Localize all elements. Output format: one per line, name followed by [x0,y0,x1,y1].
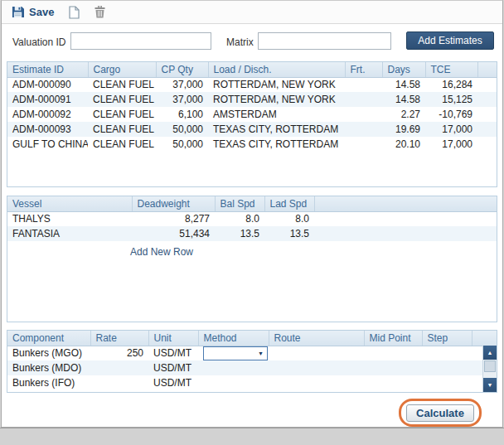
cell-tce: -10,769 [425,107,477,122]
chevron-down-icon[interactable]: ▼ [254,347,267,360]
cell-lad-spd: 13.5 [264,226,314,241]
cell-mid-point [364,346,422,360]
cell-route [269,360,364,375]
cell-cargo: CLEAN FUEL [88,92,156,107]
cell-days: 20.10 [382,137,425,152]
cell-tce: 16,284 [425,77,477,92]
cell-component: Bunkers (IFO) [7,375,90,390]
cell-rate [90,360,148,375]
cell-deadweight: 8,277 [132,211,215,226]
trash-icon [94,6,105,18]
cell-days: 2.27 [382,107,425,122]
delete-button[interactable] [94,6,105,18]
cell-frt [345,107,382,122]
status-bar [0,428,504,445]
valuation-matrix-window: Save Valuation ID [0,0,504,445]
cell-method: ▼ [198,346,269,360]
method-dropdown[interactable]: ▼ [203,346,268,360]
scrollbar-thumb[interactable] [484,360,496,372]
cell-cp-qty: 37,000 [156,77,208,92]
scroll-down-button[interactable]: ▼ [483,378,497,392]
components-scrollbar[interactable]: ▲ ▼ [482,346,497,392]
add-estimates-button[interactable]: Add Estimates [406,31,494,50]
vessels-header-row: Vessel Deadweight Bal Spd Lad Spd [7,196,497,211]
component-row[interactable]: Bunkers (MDO) USD/MT [7,360,497,375]
triangle-up-icon: ▲ [487,350,493,356]
cell-unit: USD/MT [148,375,198,390]
annotation-highlight: Calculate [399,399,482,427]
col-estimate-id: Estimate ID [7,62,88,77]
vessel-row[interactable]: THALYS 8,277 8.0 8.0 [7,211,497,226]
valuation-id-input[interactable] [70,32,211,50]
cell-component: Bunkers (MGO) [7,346,90,360]
cell-tce: 17,000 [425,122,477,137]
cell-frt [345,137,382,152]
col-route: Route [269,331,364,346]
cell-cargo: CLEAN FUEL [88,77,156,92]
cell-unit: USD/MT [148,346,198,360]
col-bal-spd: Bal Spd [215,196,264,211]
col-step: Step [422,331,472,346]
col-lad-spd: Lad Spd [264,196,314,211]
cell-frt [345,92,382,107]
cell-bal-spd: 13.5 [215,226,264,241]
cell-deadweight: 51,434 [132,226,215,241]
scroll-up-button[interactable]: ▲ [483,346,497,360]
cell-frt [345,122,382,137]
col-filler [314,196,497,211]
cell-cp-qty: 37,000 [156,92,208,107]
scrollbar-track[interactable] [483,360,497,378]
cell-method [198,375,269,390]
col-cargo: Cargo [88,62,156,77]
cell-load-disch: ROTTERDAM, NEW YORK [208,77,345,92]
cell-mid-point [364,360,422,375]
cell-frt [345,77,382,92]
valuation-id-label: Valuation ID [12,36,65,48]
vessels-table: Vessel Deadweight Bal Spd Lad Spd THALYS… [7,196,497,322]
add-new-row-link[interactable]: Add New Row [7,246,316,258]
matrix-input[interactable] [258,32,391,50]
cell-cargo: CLEAN FUEL [88,137,156,152]
triangle-down-icon: ▼ [487,382,493,388]
estimate-row[interactable]: ADM-000091 CLEAN FUEL 37,000 ROTTERDAM, … [7,92,497,107]
estimates-table: Estimate ID Cargo CP Qty Load / Disch. F… [7,61,497,187]
components-table: Component Rate Unit Method Route Mid Poi… [7,330,497,393]
col-tce: TCE [425,62,477,77]
cell-component: Bunkers (MDO) [7,360,90,375]
new-document-icon [69,6,80,19]
col-component: Component [7,331,90,346]
col-vessel: Vessel [7,196,132,211]
cell-days: 14.58 [382,77,425,92]
cell-estimate-id: ADM-000090 [7,77,88,92]
cell-load-disch: TEXAS CITY, ROTTERDAM [208,122,345,137]
estimate-row[interactable]: ADM-000090 CLEAN FUEL 37,000 ROTTERDAM, … [7,77,497,92]
estimate-row[interactable]: ADM-000092 CLEAN FUEL 6,100 AMSTERDAM 2.… [7,107,497,122]
cell-cargo: CLEAN FUEL [88,122,156,137]
cell-load-disch: AMSTERDAM [208,107,345,122]
component-row[interactable]: Bunkers (MGO) 250 USD/MT ▼ [7,346,497,360]
cell-mid-point [364,375,422,390]
col-frt: Frt. [345,62,382,77]
cell-lad-spd: 8.0 [264,211,314,226]
estimates-header-row: Estimate ID Cargo CP Qty Load / Disch. F… [7,62,497,77]
cell-load-disch: ROTTERDAM, NEW YORK [208,92,345,107]
cell-unit: USD/MT [148,360,198,375]
cell-cp-qty: 50,000 [156,122,208,137]
new-document-button[interactable] [69,6,80,19]
component-row[interactable]: Bunkers (IFO) USD/MT [7,375,497,390]
cell-cp-qty: 6,100 [156,107,208,122]
col-filler [477,62,497,77]
vessel-row[interactable]: FANTASIA 51,434 13.5 13.5 [7,226,497,241]
save-button[interactable]: Save [12,6,54,18]
col-cp-qty: CP Qty [156,62,208,77]
cell-step [422,346,472,360]
cell-days: 19.69 [382,122,425,137]
cell-rate: 250 [90,346,148,360]
estimate-row[interactable]: GULF TO CHINA CLEAN FUEL 50,000 TEXAS CI… [7,137,497,152]
col-days: Days [382,62,425,77]
cell-route [269,375,364,390]
cell-tce: 15,125 [425,92,477,107]
cell-rate [90,375,148,390]
estimate-row[interactable]: ADM-000093 CLEAN FUEL 50,000 TEXAS CITY,… [7,122,497,137]
calculate-button[interactable]: Calculate [406,404,474,422]
